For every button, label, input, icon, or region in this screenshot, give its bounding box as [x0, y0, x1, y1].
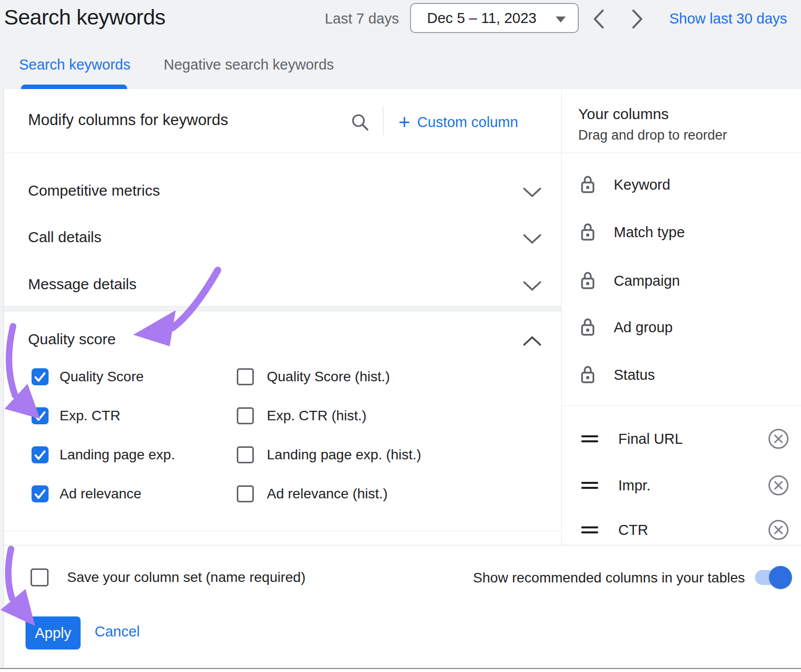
section-label: Competitive metrics [28, 182, 160, 199]
locked-column-label: Campaign [614, 272, 680, 290]
apply-button[interactable]: Apply [26, 616, 81, 649]
tab-search-keywords[interactable]: Search keywords [19, 57, 130, 73]
recommended-columns-toggle[interactable] [755, 570, 782, 585]
locked-column-item: Campaign [562, 270, 801, 291]
checkbox-quality-score[interactable] [32, 368, 49, 385]
locked-column-item: Keyword [562, 174, 801, 195]
locked-column-label: Keyword [614, 176, 670, 194]
checkbox-label[interactable]: Landing page exp. [60, 446, 175, 463]
draggable-column-label: CTR [618, 521, 648, 539]
save-column-set-checkbox[interactable] [31, 568, 49, 586]
toggle-knob [769, 566, 792, 589]
locked-column-item: Status [562, 364, 801, 385]
checkbox-label[interactable]: Landing page exp. (hist.) [267, 446, 421, 463]
recommended-columns-label: Show recommended columns in your tables [473, 569, 745, 586]
remove-column-button[interactable] [767, 428, 789, 450]
check-icon [32, 485, 49, 502]
check-icon [32, 407, 49, 424]
cancel-button[interactable]: Cancel [95, 623, 140, 640]
check-icon [32, 446, 49, 463]
window-bottom-strip [0, 669, 801, 672]
lock-icon [580, 270, 596, 291]
section-call-details[interactable]: Call details [4, 205, 561, 252]
draggable-column-item[interactable]: CTR [562, 520, 801, 542]
draggable-column-item[interactable]: Final URL [562, 429, 801, 451]
plus-icon: + [398, 113, 410, 132]
drag-handle-icon[interactable] [581, 482, 598, 489]
custom-column-button[interactable]: + Custom column [398, 112, 518, 133]
section-label: Message details [28, 276, 137, 293]
checkbox-quality-score-hist[interactable] [237, 368, 254, 385]
chevron-down-icon [523, 234, 542, 245]
checkbox-label[interactable]: Quality Score (hist.) [267, 368, 390, 385]
dropdown-caret-icon [556, 17, 566, 23]
next-period-button[interactable] [631, 9, 644, 29]
lock-icon [580, 174, 596, 195]
checkbox-landing-page-exp-hist[interactable] [237, 446, 254, 463]
previous-period-button[interactable] [592, 9, 605, 29]
checkbox-label[interactable]: Ad relevance (hist.) [267, 485, 387, 502]
checkbox-label[interactable]: Ad relevance [60, 485, 141, 502]
left-panel-bottom-divider [4, 531, 561, 531]
your-columns-sidebar: Your columns Drag and drop to reorder Ke… [561, 89, 801, 545]
draggable-column-label: Final URL [618, 430, 683, 448]
chevron-left-icon [592, 9, 605, 29]
sidebar-divider [562, 405, 801, 406]
your-columns-subtitle: Drag and drop to reorder [578, 128, 727, 143]
section-label: Quality score [28, 331, 116, 348]
draggable-column-label: Impr. [618, 476, 650, 494]
save-column-set-label[interactable]: Save your column set (name required) [67, 569, 305, 586]
lock-icon [580, 364, 596, 385]
page-title: Search keywords [4, 5, 165, 30]
locked-column-label: Ad group [614, 318, 673, 336]
remove-column-button[interactable] [767, 474, 789, 496]
chevron-down-icon [523, 281, 542, 292]
period-label: Last 7 days [325, 11, 399, 27]
section-competitive-metrics[interactable]: Competitive metrics [4, 159, 561, 205]
checkbox-label[interactable]: Quality Score [60, 368, 144, 385]
circle-x-icon [767, 428, 789, 450]
date-range-picker[interactable]: Dec 5 – 11, 2023 [410, 3, 579, 33]
header-divider [383, 106, 383, 135]
section-label: Call details [28, 229, 102, 246]
active-tab-underline [21, 85, 127, 89]
search-icon[interactable] [350, 113, 369, 132]
chevron-right-icon [631, 9, 644, 29]
modify-columns-title: Modify columns for keywords [28, 111, 228, 129]
lock-icon [580, 316, 596, 337]
lock-icon [580, 221, 596, 242]
check-icon [32, 368, 49, 385]
locked-column-label: Match type [614, 223, 685, 241]
locked-column-item: Ad group [562, 317, 801, 338]
show-last-30-days-link[interactable]: Show last 30 days [669, 11, 787, 27]
locked-column-label: Status [614, 366, 655, 384]
circle-x-icon [767, 474, 789, 496]
checkbox-landing-page-exp[interactable] [32, 446, 49, 463]
date-range-value: Dec 5 – 11, 2023 [427, 10, 537, 27]
section-quality-score[interactable]: Quality score [4, 311, 561, 367]
checkbox-ad-relevance[interactable] [32, 485, 49, 502]
drag-handle-icon[interactable] [581, 526, 598, 533]
checkbox-exp-ctr[interactable] [32, 407, 49, 424]
your-columns-title: Your columns [578, 106, 669, 123]
footer-divider [4, 545, 801, 545]
checkbox-exp-ctr-hist[interactable] [237, 407, 254, 424]
drag-handle-icon[interactable] [581, 435, 598, 442]
draggable-column-item[interactable]: Impr. [562, 476, 801, 498]
chevron-up-icon [523, 335, 542, 346]
remove-column-button[interactable] [767, 519, 789, 541]
locked-column-item: Match type [562, 222, 801, 243]
tab-negative-search-keywords[interactable]: Negative search keywords [164, 57, 334, 73]
chevron-down-icon [523, 187, 542, 198]
checkbox-label[interactable]: Exp. CTR (hist.) [267, 407, 366, 424]
checkbox-label[interactable]: Exp. CTR [60, 407, 120, 424]
checkbox-ad-relevance-hist[interactable] [237, 485, 254, 502]
modify-columns-panel: Modify columns for keywords + Custom col… [4, 89, 801, 668]
circle-x-icon [767, 519, 789, 541]
custom-column-label: Custom column [417, 114, 518, 131]
section-message-details[interactable]: Message details [4, 252, 561, 298]
